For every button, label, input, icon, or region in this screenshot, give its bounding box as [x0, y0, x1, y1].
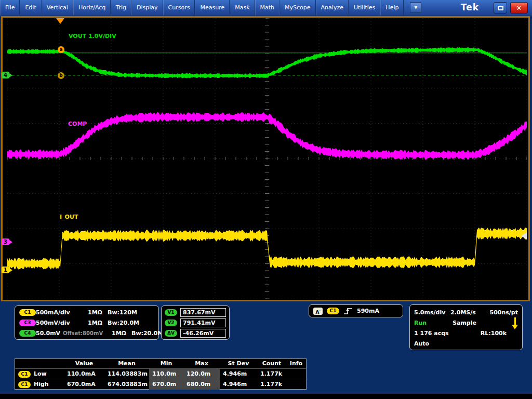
menu-item-utilities[interactable]: Utilities [349, 0, 380, 16]
measurement-name: High [31, 379, 64, 390]
menu-item-edit[interactable]: Edit [20, 0, 41, 16]
channel-3-number: 3 [4, 239, 7, 245]
menu-item-math[interactable]: Math [255, 0, 280, 16]
menu-item-cursors[interactable]: Cursors [163, 0, 195, 16]
cursor-value: 791.41mV [180, 318, 226, 327]
resolution-value: 500ns/pt [490, 309, 518, 316]
menu-item-horiz-acq[interactable]: Horiz/Acq [73, 0, 111, 16]
channel-bandwidth: Bw:20.0M [131, 330, 163, 337]
badge-v1: V1 [165, 309, 177, 316]
cursor-b-handle[interactable]: b [58, 72, 64, 79]
menu-item-trig[interactable]: Trig [111, 0, 131, 16]
menu-item-analyze[interactable]: Analyze [316, 0, 349, 16]
arrow-down-icon [514, 317, 516, 325]
measurement-mean: 114.03883m [104, 369, 149, 379]
channel-impedance: 1MΩ [88, 320, 108, 326]
timebase-value: 5.0ms/div [414, 309, 450, 316]
trace-label-vout: VOUT 1.0V/DIV [69, 33, 116, 39]
trigger-position-marker[interactable] [56, 18, 64, 28]
measurement-header: Value [64, 359, 104, 368]
measurement-badge-cell: C1 [15, 369, 31, 379]
menu-item-myscope[interactable]: MyScope [280, 0, 316, 16]
measurement-row[interactable]: C1Low110.0mA114.03883m110.0m120.0m4.946m… [15, 368, 306, 379]
menu-item-display[interactable]: Display [131, 0, 163, 16]
channel-readout-row[interactable]: C450.0mVOffset:800mV1MΩBw:20.0M [15, 328, 158, 338]
badge-c1: C1 [19, 309, 36, 316]
close-button[interactable]: ✕ [510, 2, 528, 14]
channel-scale: 50.0mV [36, 330, 63, 337]
trace-label-comp: COMP [68, 121, 87, 127]
cursor-readouts-box[interactable]: V1837.67mVV2791.41mVΔV-46.26mV [161, 305, 230, 340]
badge-c3: C3 [19, 320, 36, 326]
tek-logo: Tek [461, 2, 479, 12]
measurement-header [31, 359, 64, 368]
trigger-level-value: 590mA [357, 308, 379, 314]
trigger-mode-value: Auto [414, 340, 429, 347]
trigger-level-marker[interactable] [517, 232, 527, 240]
badge-c1: C1 [18, 381, 31, 388]
measurement-header: Max [183, 359, 220, 368]
close-icon: ✕ [516, 4, 522, 12]
menu-item-help[interactable]: Help [380, 0, 404, 16]
channel-3-position-marker[interactable]: 3 [2, 238, 9, 245]
rising-edge-icon [343, 307, 353, 315]
acquisition-state: Run [414, 320, 453, 326]
cursor-readout-row: V1837.67mV [162, 307, 229, 317]
channel-impedance: 1MΩ [112, 330, 131, 337]
menu-dropdown-button[interactable]: ▼ [410, 2, 421, 13]
acquisition-count: 1 176 acqs [414, 330, 449, 337]
measurement-header [15, 359, 31, 368]
channel-impedance: 1MΩ [88, 309, 108, 316]
chevron-down-icon: ▼ [414, 5, 417, 10]
measurement-min: 110.0m [149, 369, 183, 379]
menu-item-vertical[interactable]: Vertical [42, 0, 73, 16]
channel-1-number: 1 [4, 267, 7, 273]
bottom-strip [0, 394, 532, 399]
trace-label-iout: I_OUT [60, 214, 78, 220]
menu-item-measure[interactable]: Measure [195, 0, 230, 16]
measurement-header: Info [286, 359, 306, 368]
measurement-row[interactable]: C1High670.0mA674.03883m670.0m680.0m4.946… [15, 379, 306, 389]
menu-items: FileEditVerticalHoriz/AcqTrigDisplayCurs… [0, 0, 404, 16]
measurement-value: 110.0mA [64, 369, 104, 379]
channel-scale: 500mV/div [36, 320, 88, 326]
measurement-max: 120.0m [183, 369, 220, 379]
channel-readout-row[interactable]: C3500mV/div1MΩBw:20.0M [15, 317, 158, 328]
channel-scale: 500mA/div [36, 309, 88, 316]
minimize-button[interactable] [494, 2, 507, 14]
channel-4-number: 4 [4, 72, 7, 78]
channel-readout-row[interactable]: C1500mA/div1MΩBw:120M [15, 307, 158, 317]
trigger-source-badge: C1 [327, 308, 339, 314]
measurement-info [286, 369, 306, 379]
acquisition-mode: Sample [453, 320, 476, 326]
menu-bar: FileEditVerticalHoriz/AcqTrigDisplayCurs… [0, 0, 532, 16]
badge-v2: V2 [165, 320, 177, 326]
badge-v: ΔV [165, 330, 177, 337]
badge-c4: C4 [19, 330, 36, 337]
oscilloscope-app-window: FileEditVerticalHoriz/AcqTrigDisplayCurs… [0, 0, 532, 399]
channel-4-position-marker[interactable]: 4 [2, 72, 9, 78]
menu-item-file[interactable]: File [0, 0, 20, 16]
menu-item-mask[interactable]: Mask [230, 0, 255, 16]
waveform-display-frame: VOUT 1.0V/DIV COMP I_OUT a b 4 3 1 [1, 16, 530, 301]
record-length: RL:100k [481, 330, 507, 337]
measurement-header: Mean [104, 359, 149, 368]
measurement-value: 670.0mA [64, 379, 104, 390]
measurement-header: St Dev [220, 359, 257, 368]
minimize-icon [498, 6, 503, 10]
badge-c1: C1 [18, 371, 31, 378]
measurement-header: Min [149, 359, 183, 368]
channel-offset: Offset:800mV [63, 330, 112, 336]
trigger-readout-box[interactable]: A' C1 590mA [309, 304, 403, 317]
measurement-count: 1.177k [257, 369, 286, 379]
channel-readouts-box[interactable]: C1500mA/div1MΩBw:120MC3500mV/div1MΩBw:20… [15, 305, 159, 340]
horizontal-acquisition-box[interactable]: 5.0ms/div 2.0MS/s 500ns/pt Run Sample 1 … [409, 304, 523, 350]
cursor-readout-row: V2791.41mV [162, 317, 229, 328]
graticule-area: VOUT 1.0V/DIV COMP I_OUT a b [7, 18, 527, 299]
cursor-a-handle[interactable]: a [58, 46, 64, 53]
sample-rate-value: 2.0MS/s [450, 309, 490, 316]
channel-1-position-marker[interactable]: 1 [2, 267, 9, 273]
trace-vout [7, 47, 527, 78]
measurement-stdev: 4.946m [220, 369, 257, 379]
channel-bandwidth: Bw:120M [108, 309, 158, 316]
